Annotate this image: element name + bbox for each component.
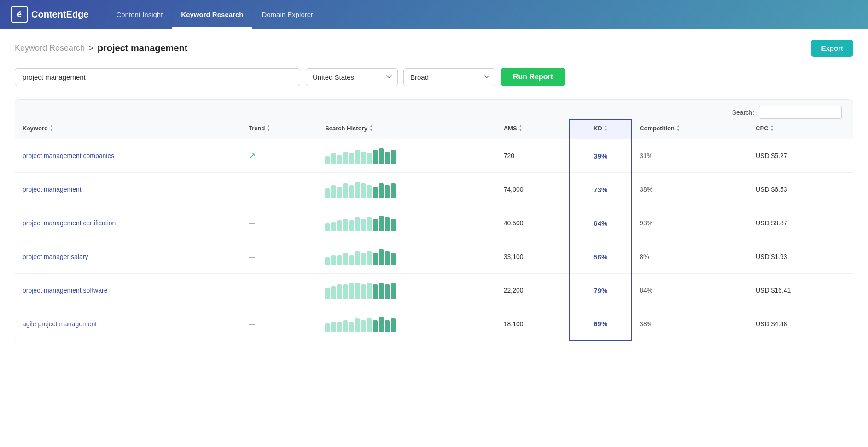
competition-cell: 93%: [632, 206, 748, 240]
keyword-cell[interactable]: project management: [15, 173, 241, 206]
bar: [385, 185, 390, 198]
table-row: project management certification—40,5006…: [15, 206, 853, 240]
sort-keyword-icon[interactable]: ▲▼: [50, 124, 53, 132]
col-trend[interactable]: Trend ▲▼: [241, 119, 318, 139]
keyword-cell[interactable]: project manager salary: [15, 240, 241, 274]
bar: [325, 224, 330, 231]
bar: [361, 320, 366, 332]
main-content: Keyword Research > project management Ex…: [0, 29, 868, 447]
table-row: project management—74,00073%38%USD $6.53: [15, 173, 853, 206]
bar: [331, 153, 336, 164]
run-report-button[interactable]: Run Report: [501, 68, 565, 86]
breadcrumb-parent[interactable]: Keyword Research: [15, 43, 85, 53]
breadcrumb-row: Keyword Research > project management Ex…: [15, 40, 853, 57]
bar: [325, 188, 330, 198]
bar: [343, 219, 348, 231]
cpc-cell: USD $4.48: [748, 307, 853, 341]
cpc-cell: USD $6.53: [748, 173, 853, 206]
table-search-input[interactable]: [759, 106, 842, 119]
breadcrumb-separator: >: [88, 43, 94, 53]
nav-keyword-research[interactable]: Keyword Research: [172, 0, 252, 29]
col-competition[interactable]: Competition ▲▼: [632, 119, 748, 139]
nav-domain-explorer[interactable]: Domain Explorer: [252, 0, 322, 29]
col-cpc[interactable]: CPC ▲▼: [748, 119, 853, 139]
col-ams[interactable]: AMS ▲▼: [496, 119, 570, 139]
bar: [355, 217, 360, 231]
competition-cell: 8%: [632, 240, 748, 274]
ams-cell: 33,100: [496, 240, 570, 274]
bar: [325, 288, 330, 299]
export-button[interactable]: Export: [811, 40, 853, 57]
bar: [361, 152, 366, 164]
bar: [361, 253, 366, 265]
keyword-cell[interactable]: project management software: [15, 274, 241, 307]
search-history-cell: [318, 206, 496, 240]
table-top-bar: Search:: [15, 100, 853, 119]
bar: [355, 318, 360, 332]
keyword-cell[interactable]: project management certification: [15, 206, 241, 240]
logo[interactable]: é ContentEdge: [11, 6, 88, 23]
match-type-select[interactable]: Broad Exact Phrase: [403, 68, 495, 86]
trend-flat-icon: —: [249, 320, 256, 328]
sort-kd-icon[interactable]: ▲▼: [604, 124, 608, 132]
kd-cell: 79%: [570, 274, 632, 307]
keyword-input[interactable]: [15, 68, 300, 86]
bar: [343, 152, 348, 164]
sparkline-chart: [325, 316, 489, 332]
sort-ams-icon[interactable]: ▲▼: [519, 124, 523, 132]
trend-cell: ↗: [241, 139, 318, 173]
bar: [361, 284, 366, 299]
nav-content-insight[interactable]: Content Insight: [107, 0, 172, 29]
bar: [367, 283, 372, 299]
cpc-cell: USD $16.41: [748, 274, 853, 307]
bar: [349, 283, 354, 299]
search-history-cell: [318, 307, 496, 341]
bar: [373, 150, 378, 164]
bar: [349, 322, 354, 332]
trend-flat-icon: —: [249, 219, 256, 227]
trend-flat-icon: —: [249, 287, 256, 294]
ams-cell: 74,000: [496, 173, 570, 206]
col-keyword[interactable]: Keyword ▲▼: [15, 119, 241, 139]
bar: [385, 251, 390, 265]
sort-history-icon[interactable]: ▲▼: [369, 124, 373, 132]
country-select[interactable]: United States United Kingdom Canada Aust…: [306, 68, 398, 86]
bar: [373, 253, 378, 265]
kd-cell: 39%: [570, 139, 632, 173]
bar: [331, 322, 336, 332]
bar: [361, 219, 366, 231]
competition-cell: 31%: [632, 139, 748, 173]
competition-cell: 38%: [632, 173, 748, 206]
col-search-history[interactable]: Search History ▲▼: [318, 119, 496, 139]
bar: [337, 322, 342, 332]
bar: [391, 219, 396, 231]
bar: [379, 249, 384, 265]
sparkline-chart: [325, 215, 489, 231]
table-row: agile project management—18,10069%38%USD…: [15, 307, 853, 341]
bar: [367, 153, 372, 164]
sparkline-chart: [325, 147, 489, 164]
competition-cell: 84%: [632, 274, 748, 307]
sparkline-chart: [325, 248, 489, 265]
bar: [385, 217, 390, 231]
bar: [373, 320, 378, 332]
sort-trend-icon[interactable]: ▲▼: [267, 124, 270, 132]
bar: [331, 286, 336, 299]
sort-competition-icon[interactable]: ▲▼: [676, 124, 680, 132]
keyword-cell[interactable]: agile project management: [15, 307, 241, 341]
bar: [331, 255, 336, 265]
logo-icon: é: [11, 6, 28, 23]
sort-cpc-icon[interactable]: ▲▼: [770, 124, 774, 132]
bar: [379, 183, 384, 198]
bar: [349, 255, 354, 265]
bar: [325, 323, 330, 332]
bar: [325, 156, 330, 164]
bar: [343, 320, 348, 332]
results-table: Keyword ▲▼ Trend ▲▼ Search History: [15, 119, 853, 341]
col-kd[interactable]: KD ▲▼: [570, 119, 632, 139]
search-row: United States United Kingdom Canada Aust…: [15, 68, 853, 86]
trend-cell: —: [241, 307, 318, 341]
keyword-cell[interactable]: project management companies: [15, 139, 241, 173]
bar: [355, 182, 360, 198]
bar: [385, 152, 390, 164]
